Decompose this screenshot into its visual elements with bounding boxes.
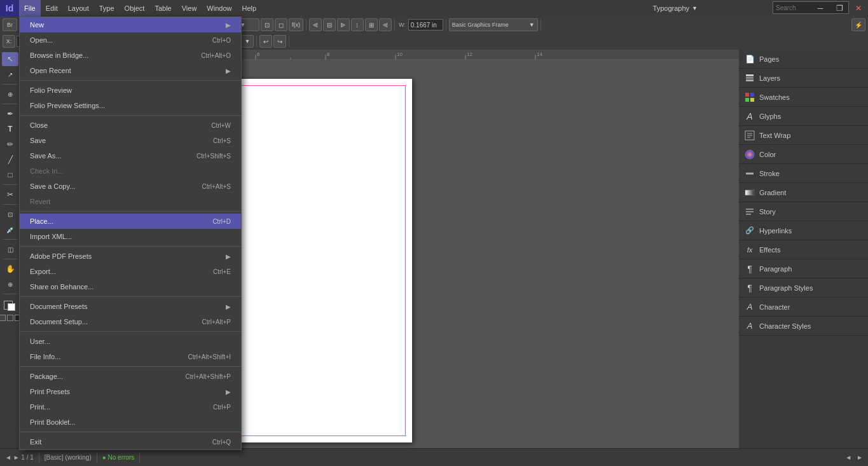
menu-edit[interactable]: Edit	[41, 0, 63, 17]
panel-text-wrap[interactable]: Text Wrap	[739, 126, 868, 145]
adobe-bridge-btn[interactable]: Br	[3, 18, 17, 31]
tool-pen[interactable]: ✒	[2, 107, 18, 121]
menu-doc-setup[interactable]: Document Setup... Ctrl+Alt+P	[20, 314, 241, 329]
opacity-dropdown[interactable]: ▼	[241, 35, 254, 48]
redo-btn[interactable]: ↪	[273, 35, 286, 48]
tool-pencil[interactable]: ✏	[2, 137, 18, 151]
tool-line[interactable]: ╱	[2, 153, 18, 167]
tool-type[interactable]: T	[2, 122, 18, 136]
panel-swatches[interactable]: Swatches	[739, 88, 868, 107]
expression-btn[interactable]: f(x)	[289, 18, 303, 31]
menu-close[interactable]: Close Ctrl+W	[20, 118, 241, 133]
menu-folio-settings[interactable]: Folio Preview Settings...	[20, 98, 241, 113]
tool-hand[interactable]: ✋	[2, 262, 18, 276]
panel-pages[interactable]: 📄 Pages	[739, 50, 868, 69]
svg-rect-33	[750, 93, 754, 97]
workspace-selector[interactable]: Typography ▼	[648, 0, 703, 17]
tool-mode-buttons	[0, 315, 21, 321]
normal-mode-btn[interactable]	[0, 315, 6, 321]
align-right[interactable]: ⫸	[337, 18, 350, 31]
menu-print-presets[interactable]: Print Presets ▶	[20, 384, 241, 399]
preview-mode-btn[interactable]	[7, 315, 13, 321]
stroke-align-center[interactable]: ⊡	[261, 18, 273, 31]
align-left[interactable]: ⫷	[309, 18, 322, 31]
menu-exit[interactable]: Exit Ctrl+Q	[20, 434, 241, 449]
tool-gap[interactable]: ⊕	[2, 87, 18, 101]
menu-new[interactable]: New ▶	[20, 17, 241, 32]
panel-glyphs[interactable]: A Glyphs	[739, 107, 868, 126]
tool-gradient[interactable]: ◫	[2, 242, 18, 256]
lightning-btn[interactable]: ⚡	[851, 18, 865, 31]
menu-save-as[interactable]: Save As... Ctrl+Shift+S	[20, 148, 241, 163]
workspace-arrow: ▼	[692, 5, 698, 11]
tool-scissors[interactable]: ✂	[2, 188, 18, 202]
menu-share-behance[interactable]: Share on Behance...	[20, 279, 241, 294]
panel-color[interactable]: Color	[739, 145, 868, 164]
menu-save-copy[interactable]: Save a Copy... Ctrl+Alt+S	[20, 179, 241, 194]
align-bottom[interactable]: ⫷	[379, 18, 392, 31]
frame-type-dropdown[interactable]: Basic Graphics Frame ▼	[449, 18, 538, 31]
align-top[interactable]: ⫶	[351, 18, 364, 31]
scroll-right-btn[interactable]: ►	[857, 454, 863, 461]
tool-select[interactable]: ↖	[2, 52, 18, 66]
menu-browse-bridge[interactable]: Browse in Bridge... Ctrl+Alt+O	[20, 48, 241, 63]
restore-button[interactable]: ❐	[830, 0, 849, 17]
menu-window[interactable]: Window	[202, 0, 237, 17]
panel-character-styles[interactable]: A Character Styles	[739, 317, 868, 336]
menu-print-booklet[interactable]: Print Booklet...	[20, 415, 241, 430]
menu-type[interactable]: Type	[94, 0, 120, 17]
align-center-h[interactable]: ⊟	[323, 18, 336, 31]
menu-user[interactable]: User...	[20, 334, 241, 349]
menu-save[interactable]: Save Ctrl+S	[20, 133, 241, 148]
corner-btn[interactable]: ◻	[275, 18, 287, 31]
tool-direct-select[interactable]: ↗	[2, 67, 18, 81]
menu-export[interactable]: Export... Ctrl+E	[20, 264, 241, 279]
tool-transform[interactable]: ⊡	[2, 207, 18, 221]
effects-icon: fx	[744, 244, 755, 256]
menu-folio-preview[interactable]: Folio Preview	[20, 83, 241, 98]
tool-fill-stroke[interactable]	[3, 299, 18, 312]
status-style[interactable]: [Basic] (working)	[45, 454, 92, 461]
tool-zoom[interactable]: ⊕	[2, 277, 18, 291]
panel-story[interactable]: Story	[739, 202, 868, 221]
w-label: W:	[399, 22, 406, 28]
width-input[interactable]	[408, 19, 443, 31]
tool-eyedropper[interactable]: 💉	[2, 223, 18, 236]
tool-sep1	[3, 84, 17, 85]
status-errors[interactable]: ● No errors	[102, 454, 135, 461]
panel-character[interactable]: A Character	[739, 298, 868, 317]
menu-package[interactable]: Package... Ctrl+Alt+Shift+P	[20, 369, 241, 384]
panel-effects[interactable]: fx Effects	[739, 240, 868, 259]
menu-doc-presets[interactable]: Document Presets ▶	[20, 299, 241, 314]
minimize-button[interactable]: ─	[811, 0, 830, 17]
menu-help[interactable]: Help	[237, 0, 261, 17]
panel-layers[interactable]: Layers	[739, 69, 868, 88]
menu-file[interactable]: File	[19, 0, 41, 17]
svg-point-40	[745, 150, 754, 159]
scroll-left-btn[interactable]: ◄	[845, 454, 851, 461]
menu-open[interactable]: Open... Ctrl+O	[20, 32, 241, 48]
menu-table[interactable]: Table	[149, 0, 176, 17]
panel-paragraph[interactable]: ¶ Paragraph	[739, 259, 868, 278]
menu-view[interactable]: View	[177, 0, 202, 17]
undo-btn[interactable]: ↩	[259, 35, 272, 48]
menu-place[interactable]: Place... Ctrl+D	[20, 214, 241, 229]
transform-x-btn[interactable]: X:	[3, 35, 15, 48]
menu-import-xml[interactable]: Import XML...	[20, 229, 241, 244]
menu-file-info[interactable]: File Info... Ctrl+Alt+Shift+I	[20, 349, 241, 364]
menu-adobe-pdf[interactable]: Adobe PDF Presets ▶	[20, 249, 241, 264]
menu-object[interactable]: Object	[120, 0, 150, 17]
menu-bar: Id File Edit Layout Type Object Table Vi…	[0, 0, 868, 17]
menu-layout[interactable]: Layout	[63, 0, 94, 17]
close-button[interactable]: ✕	[849, 0, 868, 17]
panel-paragraph-styles[interactable]: ¶ Paragraph Styles	[739, 278, 868, 298]
tool-shape[interactable]: □	[2, 168, 18, 182]
menu-open-recent[interactable]: Open Recent ▶	[20, 63, 241, 78]
menu-print[interactable]: Print... Ctrl+P	[20, 399, 241, 415]
sep-h	[20, 432, 241, 432]
align-center-v[interactable]: ⊞	[365, 18, 378, 31]
panel-hyperlinks[interactable]: 🔗 Hyperlinks	[739, 221, 868, 240]
status-page-controls[interactable]: ◄ ► 1 / 1	[5, 454, 34, 461]
panel-stroke[interactable]: Stroke	[739, 164, 868, 183]
panel-gradient[interactable]: Gradient	[739, 183, 868, 202]
